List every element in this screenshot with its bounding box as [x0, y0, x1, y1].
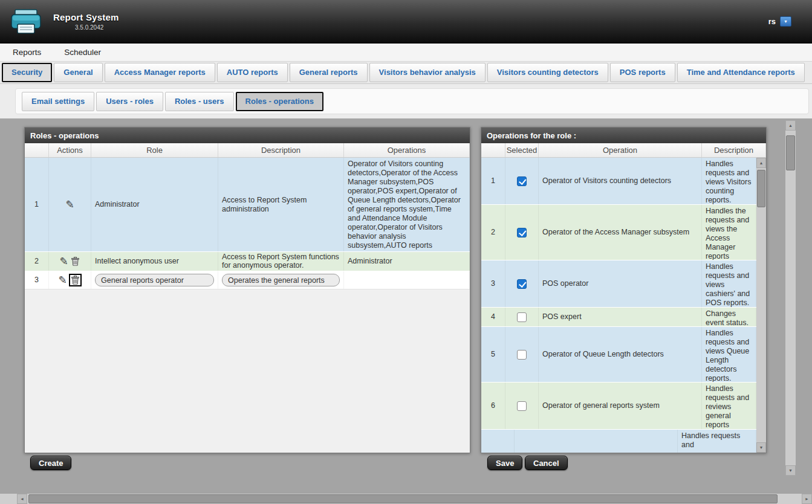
operation-name: Operator of general reports system	[539, 383, 702, 429]
role-description-input[interactable]	[222, 274, 340, 286]
scroll-up-icon[interactable]: ▲	[785, 120, 796, 131]
roles-panel-title: Roles - operations	[25, 128, 470, 143]
user-menu-button[interactable]: ▼	[780, 16, 791, 27]
subtab-email-settings[interactable]: Email settings	[22, 92, 94, 111]
operation-row: 1 Operator of Visitors counting detector…	[481, 158, 756, 205]
app-title: Report System	[53, 12, 119, 22]
operation-checkbox[interactable]	[517, 279, 527, 289]
main-tab-access-manager-reports[interactable]: Access Manager reports	[105, 63, 215, 82]
roles-table-header: Actions Role Description Operations	[25, 143, 470, 158]
operations-panel-title: Operations for the role :	[481, 128, 766, 143]
subtab-band: Email settings Users - roles Roles - use…	[0, 84, 812, 118]
role-description-cell	[218, 271, 344, 289]
operation-row: 6 Operator of general reports system Han…	[481, 383, 756, 430]
row-number: 1	[25, 158, 49, 251]
operations-rows: 1 Operator of Visitors counting detector…	[481, 158, 756, 453]
menubar: Reports Scheduler	[0, 44, 812, 62]
roles-operations-panel: Roles - operations Actions Role Descript…	[24, 127, 470, 453]
delete-icon-highlighted[interactable]	[69, 274, 82, 286]
operation-description: Handles requests and views Visitors coun…	[702, 158, 756, 204]
operations-col-operation: Operation	[539, 143, 702, 157]
page-hscroll-track[interactable]	[27, 494, 802, 504]
row-number: 2	[481, 205, 505, 260]
main-tab-visitors-behavior-analysis[interactable]: Visitors behavior analysis	[369, 63, 486, 82]
operation-checkbox[interactable]	[517, 350, 527, 360]
page-vscroll-thumb[interactable]	[786, 135, 795, 170]
role-name: Administrator	[91, 158, 218, 251]
edit-icon[interactable]: ✎	[65, 199, 74, 210]
selected-cell	[505, 327, 539, 382]
main-tab-auto-reports[interactable]: AUTO reports	[217, 63, 288, 82]
selected-cell	[505, 205, 539, 260]
create-button[interactable]: Create	[30, 456, 71, 470]
app-titles: Report System 3.5.0.2042	[53, 12, 119, 31]
operation-row: 4 POS expert Changes event status.	[481, 308, 756, 327]
role-name-cell	[91, 271, 218, 289]
cancel-button[interactable]: Cancel	[525, 456, 568, 470]
page-vscroll-track[interactable]	[785, 131, 796, 465]
page-vertical-scrollbar[interactable]: ▲ ▼	[785, 120, 796, 476]
app-logo-icon	[10, 8, 42, 35]
operation-description: Handles requests and views cashiers' and…	[702, 260, 756, 307]
app-header: Report System 3.5.0.2042 rs ▼	[0, 0, 812, 44]
row-actions: ✎	[49, 271, 91, 289]
subtab-roles-operations[interactable]: Roles - operations	[236, 92, 323, 111]
roles-col-description: Description	[218, 143, 344, 157]
role-operations	[344, 271, 470, 289]
menu-item-scheduler[interactable]: Scheduler	[64, 48, 101, 57]
role-operations: Administrator	[344, 252, 470, 271]
subtab-roles-users[interactable]: Roles - users	[165, 92, 234, 111]
operation-checkbox[interactable]	[517, 228, 527, 237]
delete-icon[interactable]	[70, 256, 80, 267]
role-row-administrator: 1 ✎ Administrator Access to Report Syste…	[25, 158, 470, 252]
main-tab-visitors-counting-detectors[interactable]: Visitors counting detectors	[487, 63, 608, 82]
operation-row: 5 Operator of Queue Length detectors Han…	[481, 327, 756, 383]
edit-icon[interactable]: ✎	[58, 275, 67, 285]
role-row-intellect-anonymous-user: 2 ✎ Intellect anonymous us	[25, 252, 470, 271]
operation-checkbox[interactable]	[517, 176, 527, 186]
operations-scroll-track[interactable]	[756, 168, 766, 442]
selected-cell	[505, 308, 539, 326]
scroll-down-icon[interactable]: ▼	[785, 465, 796, 476]
row-actions: ✎	[49, 252, 91, 271]
scroll-down-icon[interactable]: ▼	[756, 442, 766, 453]
row-number: 5	[481, 327, 505, 382]
operation-name: Operator of the Access Manager subsystem	[539, 205, 702, 260]
page-horizontal-scrollbar[interactable]: ◄ ►	[0, 494, 812, 504]
operation-description: Handles the requests and views the Acces…	[702, 205, 756, 260]
main-tab-pos-reports[interactable]: POS reports	[610, 63, 675, 82]
content-area: Roles - operations Actions Role Descript…	[0, 118, 812, 494]
operation-name: POS expert	[539, 308, 702, 326]
operation-row-partial: Handles requests and	[481, 430, 756, 453]
roles-col-role: Role	[91, 143, 218, 157]
subtab-users-roles[interactable]: Users - roles	[96, 92, 163, 111]
scroll-left-icon[interactable]: ◄	[17, 494, 27, 504]
main-tab-time-and-attendance-reports[interactable]: Time and Attendance reports	[677, 63, 805, 82]
operation-row: 3 POS operator Handles requests and view…	[481, 260, 756, 308]
scroll-right-icon[interactable]: ►	[802, 494, 812, 504]
operations-scrollbar[interactable]: ▲ ▼	[756, 158, 766, 453]
operations-scroll-thumb[interactable]	[757, 170, 765, 207]
selected-cell	[505, 260, 539, 307]
page-hscroll-thumb[interactable]	[28, 494, 778, 503]
role-name-input[interactable]	[95, 274, 214, 286]
operation-checkbox[interactable]	[517, 401, 527, 411]
scroll-up-icon[interactable]: ▲	[756, 158, 766, 168]
operations-table-header: Selected Operation Description	[481, 143, 766, 158]
main-tab-general[interactable]: General	[54, 63, 102, 82]
operation-checkbox[interactable]	[517, 312, 527, 322]
operation-name: Operator of Visitors counting detectors	[539, 158, 702, 204]
user-name: rs	[768, 17, 776, 26]
main-tab-general-reports[interactable]: General reports	[290, 63, 368, 82]
main-tab-security[interactable]: Security	[2, 63, 52, 82]
selected-cell	[505, 158, 539, 204]
edit-icon[interactable]: ✎	[59, 256, 68, 267]
app-version: 3.5.0.2042	[75, 24, 119, 31]
menu-item-reports[interactable]: Reports	[13, 48, 41, 57]
operation-name: Operator of Queue Length detectors	[539, 327, 702, 382]
row-number: 6	[481, 383, 505, 429]
row-number: 3	[25, 271, 49, 289]
role-operations: Operator of Visitors counting detectors,…	[344, 158, 470, 251]
operation-row: 2 Operator of the Access Manager subsyst…	[481, 205, 756, 260]
save-button[interactable]: Save	[487, 456, 522, 470]
